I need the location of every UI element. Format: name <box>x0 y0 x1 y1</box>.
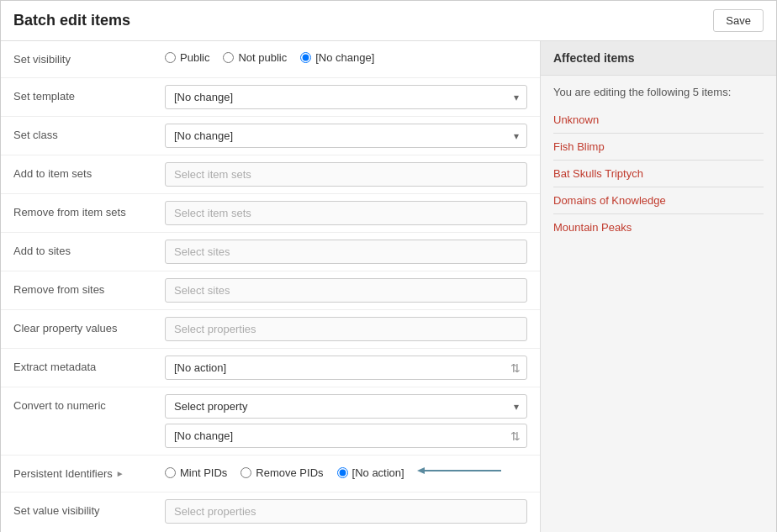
clear-property-input[interactable] <box>165 317 527 341</box>
visibility-notpublic-radio[interactable] <box>223 52 234 63</box>
remove-item-sets-input[interactable] <box>165 201 527 225</box>
remove-item-sets-label: Remove from item sets <box>13 201 165 219</box>
convert-numeric-label: Convert to numeric <box>13 394 165 412</box>
visibility-nochange-radio[interactable] <box>300 52 311 63</box>
remove-item-sets-controls <box>165 201 527 225</box>
convert-numeric-row: Convert to numeric Select property [No c… <box>1 387 540 456</box>
add-sites-input[interactable] <box>165 240 527 264</box>
arrow-annotation <box>413 462 505 479</box>
persistent-identifiers-label: Persistent Identifiers ► <box>13 462 165 480</box>
add-sites-row: Add to sites <box>1 233 540 271</box>
persistent-identifiers-row: Persistent Identifiers ► Mint PIDs Re <box>1 456 540 492</box>
visibility-nochange-option[interactable]: [No change] <box>300 51 374 64</box>
set-class-select[interactable]: [No change] <box>165 124 527 148</box>
set-value-visibility-row: Set value visibility Public Not public <box>1 492 540 532</box>
persistent-identifiers-options-row: Mint PIDs Remove PIDs [No action] <box>165 462 527 479</box>
clear-property-controls <box>165 317 527 341</box>
visibility-public-option[interactable]: Public <box>165 51 209 64</box>
set-value-visibility-label: Set value visibility <box>13 499 165 517</box>
set-visibility-controls: Public Not public [No change] <box>165 48 527 64</box>
remove-pids-radio[interactable] <box>240 467 251 478</box>
add-item-sets-controls <box>165 162 527 187</box>
top-bar: Batch edit items Save <box>1 1 776 41</box>
add-sites-label: Add to sites <box>13 240 165 257</box>
save-button[interactable]: Save <box>713 9 764 32</box>
visibility-notpublic-option[interactable]: Not public <box>223 51 287 64</box>
no-action-pids-radio[interactable] <box>337 467 348 478</box>
add-sites-controls <box>165 240 527 264</box>
convert-numeric-controls: Select property [No change] <box>165 394 527 448</box>
remove-pids-label: Remove PIDs <box>256 466 323 479</box>
set-value-visibility-controls: Public Not public <box>165 499 527 532</box>
set-visibility-label: Set visibility <box>13 48 165 66</box>
page-title: Batch edit items <box>13 12 130 29</box>
affected-item-bat-skulls[interactable]: Bat Skulls Triptych <box>553 161 764 187</box>
set-template-row: Set template [No change] <box>1 78 540 117</box>
extract-metadata-select[interactable]: [No action] <box>165 356 527 380</box>
main-form: Set visibility Public Not public <box>1 41 541 532</box>
add-item-sets-input[interactable] <box>165 162 527 187</box>
no-action-pids-label: [No action] <box>352 466 404 479</box>
add-item-sets-label: Add to item sets <box>13 162 165 180</box>
set-template-controls: [No change] <box>165 85 527 109</box>
convert-numeric-property-select[interactable]: Select property <box>165 394 527 419</box>
page-wrapper: Batch edit items Save Set visibility Pub… <box>0 0 777 532</box>
extract-metadata-select-wrapper: [No action] <box>165 356 527 380</box>
remove-pids-option[interactable]: Remove PIDs <box>240 466 323 479</box>
set-visibility-row: Set visibility Public Not public <box>1 41 540 78</box>
no-action-pids-option[interactable]: [No action] <box>337 466 404 479</box>
affected-items-body: You are editing the following 5 items: U… <box>541 76 776 250</box>
affected-item-domains[interactable]: Domains of Knowledge <box>553 187 764 214</box>
extract-metadata-label: Extract metadata <box>13 356 165 373</box>
set-template-select-wrapper: [No change] <box>165 85 527 109</box>
visibility-public-label: Public <box>180 51 209 64</box>
mint-pids-option[interactable]: Mint PIDs <box>165 466 227 479</box>
right-panel: Affected items You are editing the follo… <box>541 41 776 532</box>
persistent-identifiers-radio-group: Mint PIDs Remove PIDs [No action] <box>165 463 404 479</box>
set-template-select[interactable]: [No change] <box>165 85 527 109</box>
convert-numeric-nochange-select[interactable]: [No change] <box>165 424 527 448</box>
set-value-visibility-input[interactable] <box>165 499 527 524</box>
persistent-identifiers-controls: Mint PIDs Remove PIDs [No action] <box>165 462 527 479</box>
set-class-row: Set class [No change] <box>1 117 540 155</box>
set-class-label: Set class <box>13 124 165 141</box>
convert-numeric-nochange-wrapper: [No change] <box>165 424 527 448</box>
visibility-nochange-label: [No change] <box>315 51 374 64</box>
visibility-public-radio[interactable] <box>165 52 176 63</box>
remove-sites-row: Remove from sites <box>1 271 540 310</box>
mint-pids-radio[interactable] <box>165 467 176 478</box>
clear-property-label: Clear property values <box>13 317 165 334</box>
remove-sites-input[interactable] <box>165 278 527 303</box>
persistent-identifiers-expand-icon[interactable]: ► <box>116 469 124 478</box>
content-area: Set visibility Public Not public <box>1 41 776 532</box>
remove-sites-controls <box>165 278 527 303</box>
set-value-visibility-bottom-options: Public Not public <box>165 529 527 532</box>
set-class-controls: [No change] <box>165 124 527 148</box>
affected-item-mountain-peaks[interactable]: Mountain Peaks <box>553 214 764 240</box>
set-class-select-wrapper: [No change] <box>165 124 527 148</box>
svg-marker-1 <box>417 467 425 474</box>
affected-items-description: You are editing the following 5 items: <box>553 86 764 98</box>
extract-metadata-controls: [No action] <box>165 356 527 380</box>
set-template-label: Set template <box>13 85 165 103</box>
affected-item-fish-blimp[interactable]: Fish Blimp <box>553 134 764 161</box>
affected-item-unknown[interactable]: Unknown <box>553 107 764 134</box>
add-item-sets-row: Add to item sets <box>1 155 540 194</box>
affected-items-header: Affected items <box>541 41 776 76</box>
visibility-notpublic-label: Not public <box>238 51 287 64</box>
extract-metadata-row: Extract metadata [No action] <box>1 349 540 387</box>
visibility-radio-group: Public Not public [No change] <box>165 48 527 64</box>
remove-item-sets-row: Remove from item sets <box>1 194 540 233</box>
remove-sites-label: Remove from sites <box>13 278 165 296</box>
convert-numeric-property-wrapper: Select property <box>165 394 527 419</box>
clear-property-row: Clear property values <box>1 310 540 349</box>
mint-pids-label: Mint PIDs <box>180 466 227 479</box>
